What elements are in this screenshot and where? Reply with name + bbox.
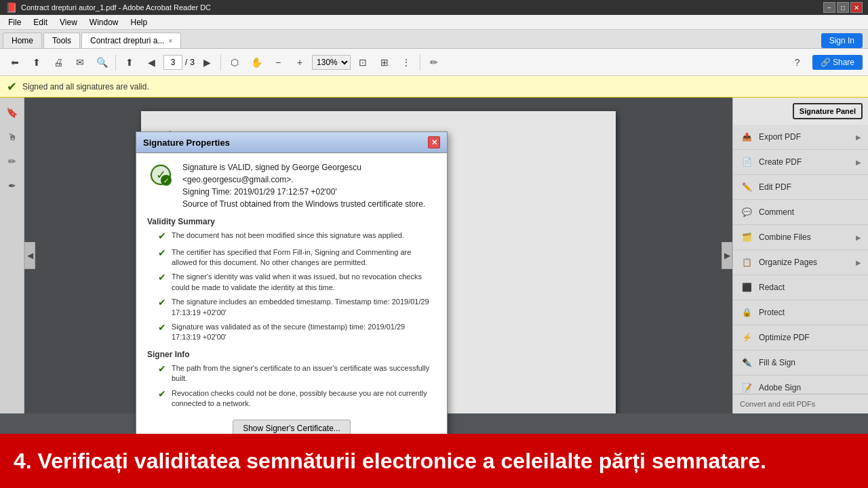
separator-1 [115, 54, 116, 70]
signature-notification-bar: ✔ Signed and all signatures are valid. [0, 76, 868, 98]
dialog-sig-icon: ✓ ✓ [147, 161, 174, 188]
sig-message: Signed and all signatures are valid. [22, 82, 149, 92]
page-navigation: ◀ / 3 ▶ [142, 53, 216, 72]
tab-document[interactable]: Contract drepturi a... × [81, 33, 181, 48]
dialog-body: ✓ ✓ Signature is VALID, signed by George… [136, 153, 447, 448]
banner-text: 4. Verificați validitatea semnăturii ele… [14, 449, 766, 474]
svg-text:✓: ✓ [163, 177, 169, 184]
title-bar: 📕 Contract drepturi autor_1.pdf - Adobe … [0, 0, 868, 15]
separator-2 [220, 54, 221, 70]
tab-document-label: Contract drepturi a... [90, 36, 164, 45]
dialog-sig-status: Signature is VALID, signed by George Geo… [182, 161, 436, 186]
email-button[interactable]: ✉ [71, 53, 90, 72]
validity-bullet-1: ✔ [158, 247, 166, 268]
validity-item: ✔The document has not been modified sinc… [147, 230, 436, 243]
validity-item: ✔The signature includes an embedded time… [147, 297, 436, 318]
validity-bullet-4: ✔ [158, 321, 166, 343]
signer-item: ✔Revocation checks could not be done, po… [147, 388, 436, 409]
upload-button[interactable]: ⬆ [120, 53, 139, 72]
tab-home-label: Home [12, 36, 33, 45]
validity-item: ✔Signature was validated as of the secur… [147, 322, 436, 343]
validity-text-0: The document has not been modified since… [172, 230, 404, 243]
validity-bullet-2: ✔ [158, 271, 166, 293]
bottom-banner: 4. Verificați validitatea semnăturii ele… [0, 434, 868, 488]
prev-page-button[interactable]: ◀ [142, 53, 161, 72]
validity-summary-title: Validity Summary [147, 217, 436, 226]
search-button[interactable]: 🔍 [92, 53, 111, 72]
scroll-mode-button[interactable]: ⋮ [397, 53, 416, 72]
menu-help[interactable]: Help [125, 16, 153, 28]
page-number-input[interactable] [163, 55, 182, 70]
select-tool-button[interactable]: ⬡ [225, 53, 244, 72]
menu-view[interactable]: View [54, 16, 83, 28]
close-window-button[interactable]: ✕ [850, 2, 863, 13]
page-separator: / [185, 58, 187, 67]
dialog-sig-header: ✓ ✓ Signature is VALID, signed by George… [147, 161, 436, 210]
dialog-title: Signature Properties [143, 138, 230, 148]
menu-edit[interactable]: Edit [28, 16, 53, 28]
signer-items: ✔The path from the signer's certificate … [147, 363, 436, 409]
sign-in-button[interactable]: Sign In [821, 33, 863, 48]
dialog-trust-source: Source of Trust obtained from the Window… [182, 198, 436, 210]
validity-text-1: The certifier has specified that Form Fi… [172, 247, 436, 268]
next-page-button[interactable]: ▶ [197, 53, 216, 72]
signature-properties-dialog: Signature Properties ✕ ✓ ✓ Signature is … [136, 131, 448, 478]
signer-item: ✔The path from the signer's certificate … [147, 363, 436, 384]
validity-items: ✔The document has not been modified sinc… [147, 230, 436, 343]
validity-bullet-0: ✔ [158, 230, 166, 243]
validity-item: ✔The signer's identity was valid when it… [147, 272, 436, 293]
signer-bullet-0: ✔ [158, 363, 166, 384]
hand-tool-button[interactable]: ✋ [247, 53, 266, 72]
dialog-close-button[interactable]: ✕ [428, 136, 440, 148]
validity-text-2: The signer's identity was valid when it … [172, 272, 436, 293]
nav-up-button[interactable]: ⬆ [27, 53, 46, 72]
help-button[interactable]: ? [788, 53, 807, 72]
toolbar: ⬅ ⬆ 🖨 ✉ 🔍 ⬆ ◀ / 3 ▶ ⬡ ✋ − + 130% 100% 15… [0, 49, 868, 76]
maximize-button[interactable]: □ [837, 2, 849, 13]
menu-bar: File Edit View Window Help [0, 15, 868, 30]
minimize-button[interactable]: − [823, 2, 835, 13]
separator-3 [420, 54, 420, 70]
app-icon: 📕 [5, 2, 17, 13]
menu-file[interactable]: File [3, 16, 26, 28]
print-button[interactable]: 🖨 [49, 53, 68, 72]
tab-tools-label: Tools [52, 36, 71, 45]
annotate-button[interactable]: ✏ [425, 53, 443, 72]
tab-home[interactable]: Home [3, 33, 42, 48]
tab-close-button[interactable]: × [168, 37, 172, 45]
zoom-in-button[interactable]: + [290, 53, 309, 72]
signer-text-1: Revocation checks could not be done, pos… [172, 388, 436, 409]
main-layout: 🔖 🖱 ✏ ✒ ◀ Încheiat astăzi, 30.01.2019, c… [0, 98, 868, 413]
dialog-sig-info: Signature is VALID, signed by George Geo… [182, 161, 436, 210]
validity-bullet-3: ✔ [158, 296, 166, 318]
zoom-out-button[interactable]: − [269, 53, 288, 72]
dialog-signing-time: Signing Time: 2019/01/29 17:12:57 +02'00… [182, 186, 436, 198]
validity-item: ✔The certifier has specified that Form F… [147, 247, 436, 268]
share-button[interactable]: 🔗 Share [812, 55, 863, 70]
signer-info-title: Signer Info [147, 350, 436, 359]
window-title: Contract drepturi autor_1.pdf - Adobe Ac… [21, 3, 211, 12]
fit-page-button[interactable]: ⊡ [353, 53, 372, 72]
back-button[interactable]: ⬅ [5, 53, 24, 72]
page-total: 3 [190, 58, 195, 67]
validity-text-3: The signature includes an embedded times… [172, 297, 436, 318]
fit-width-button[interactable]: ⊞ [375, 53, 394, 72]
signer-text-0: The path from the signer's certificate t… [172, 363, 436, 384]
dialog-title-bar: Signature Properties ✕ [136, 132, 447, 153]
validity-text-4: Signature was validated as of the secure… [172, 322, 436, 343]
sig-valid-icon: ✔ [7, 79, 17, 94]
signer-bullet-1: ✔ [158, 388, 166, 409]
tab-tools[interactable]: Tools [43, 33, 80, 48]
tab-bar: Home Tools Contract drepturi a... × Sign… [0, 30, 868, 49]
menu-window[interactable]: Window [84, 16, 124, 28]
zoom-select[interactable]: 130% 100% 150% [312, 55, 351, 70]
